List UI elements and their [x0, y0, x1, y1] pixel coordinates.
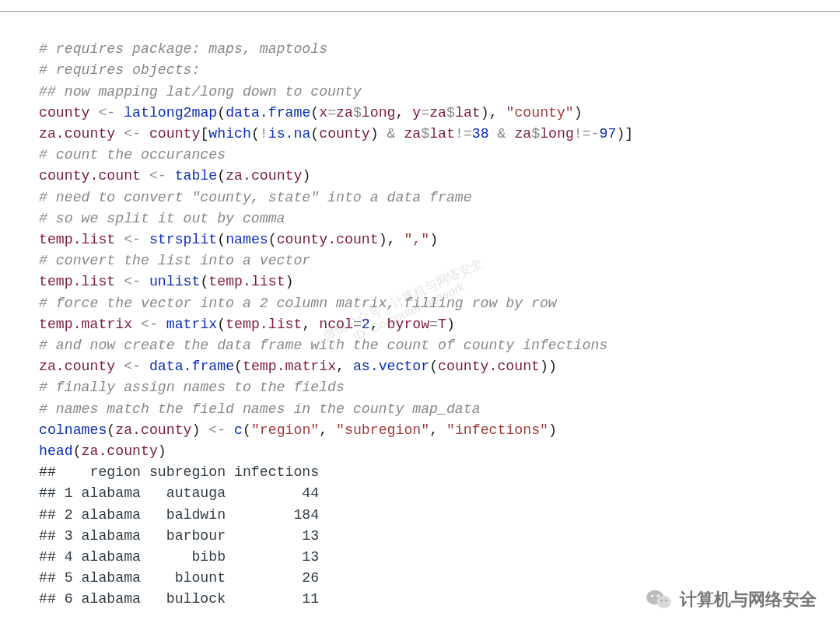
comment-line: # convert the list into a vector [39, 253, 310, 268]
watermark-line-2: ID: Computer-network [351, 280, 467, 344]
code-listing: # requires package: maps, maptools # req… [0, 11, 840, 630]
code-token: 38 [472, 126, 489, 142]
comment-line: # force the vector into a 2 column matri… [39, 296, 557, 311]
code-token: county.count [277, 232, 379, 247]
output-line: ## 4 alabama bibb 13 [39, 549, 319, 565]
code-token: strsplit [141, 232, 217, 247]
code-token [489, 126, 498, 142]
code-token: = [429, 317, 438, 332]
code-token: & [498, 126, 506, 142]
code-token: ) [302, 168, 310, 184]
code-token [506, 126, 514, 142]
code-token: y [412, 105, 421, 121]
code-token: za.county [39, 126, 124, 142]
output-line: ## 5 alabama blount 26 [39, 570, 319, 586]
code-token: za [404, 126, 421, 142]
code-token: ! [260, 126, 268, 142]
code-token: "infections" [446, 422, 548, 438]
code-token: long [362, 105, 396, 121]
code-token: county.count [438, 359, 540, 374]
code-token: ) [429, 232, 438, 247]
code-token: county [39, 105, 98, 121]
output-line: ## 1 alabama autauga 44 [39, 485, 319, 501]
code-token: ( [268, 232, 277, 247]
code-token: ( [217, 232, 226, 247]
code-token: <- [149, 168, 166, 184]
code-token: za.county [82, 443, 158, 459]
code-token: ) [574, 105, 583, 121]
code-token: za.county [226, 168, 302, 184]
code-token: ( [73, 443, 82, 459]
code-token: colnames [39, 422, 107, 438]
code-token: 97 [600, 126, 617, 142]
code-token: ( [251, 126, 260, 142]
code-token: lat [429, 126, 455, 142]
code-token: $ [353, 105, 362, 121]
code-token: temp.list [226, 317, 302, 332]
code-token: <- [124, 274, 141, 289]
code-token: names [226, 232, 268, 247]
code-token: , [370, 317, 387, 332]
comment-line: # need to convert "county, state" into a… [39, 190, 472, 205]
code-token: ( [107, 422, 115, 438]
code-token: ) [191, 422, 208, 438]
code-token: <- [98, 105, 115, 121]
comment-line: # count the occurances [39, 147, 226, 163]
code-token: unlist [141, 274, 200, 289]
code-token: ( [310, 126, 319, 142]
code-token: temp.list [39, 232, 124, 247]
comment-line: # and now create the data frame with the… [39, 338, 607, 353]
code-token: data.frame [141, 359, 234, 374]
svg-point-3 [657, 595, 660, 597]
svg-point-1 [656, 596, 671, 608]
code-token: <- [124, 126, 141, 142]
code-token: ( [200, 274, 208, 289]
code-token: $ [531, 126, 540, 142]
code-token: is.na [268, 126, 311, 142]
code-token: )) [540, 359, 557, 374]
code-token: temp.list [208, 274, 285, 289]
comment-line: ## now mapping lat/long down to county [39, 84, 362, 100]
code-token: table [166, 168, 218, 184]
code-token: "region" [251, 422, 319, 438]
code-token: $ [421, 126, 429, 142]
code-token: byrow [387, 317, 430, 332]
code-token: ( [429, 359, 438, 374]
code-token: , [396, 105, 413, 121]
code-token: long [540, 126, 574, 142]
code-token: , [302, 317, 319, 332]
comment-line: # finally assign names to the fields [39, 380, 345, 395]
code-token: ( [217, 317, 226, 332]
code-token: <- [124, 359, 141, 374]
code-token: temp.matrix [39, 317, 141, 332]
svg-point-4 [661, 600, 663, 601]
code-token: za [429, 105, 446, 121]
comment-line: # names match the field names in the cou… [39, 401, 481, 417]
code-token: $ [446, 105, 455, 121]
code-token: ) [548, 422, 557, 438]
code-token: , [319, 422, 336, 438]
code-token: county.count [39, 168, 149, 184]
code-token: za [336, 105, 353, 121]
code-token: ) [158, 443, 166, 459]
code-token: lat [455, 105, 481, 121]
code-token: ( [243, 422, 251, 438]
code-token: !=- [574, 126, 600, 142]
svg-point-2 [651, 595, 653, 597]
code-token: head [39, 443, 73, 459]
code-token: [ [200, 126, 208, 142]
code-token: za.county [39, 359, 124, 374]
code-token: temp.matrix [243, 359, 336, 374]
code-token: county [319, 126, 370, 142]
code-token: ) [370, 126, 387, 142]
code-token [396, 126, 404, 142]
code-token: ( [310, 105, 319, 121]
code-token: ), [379, 232, 404, 247]
code-token: & [387, 126, 396, 142]
code-token: = [327, 105, 336, 121]
comment-line: # requires package: maps, maptools [39, 41, 327, 57]
code-token: <- [141, 317, 158, 332]
code-token: ) [446, 317, 455, 332]
output-line: ## 3 alabama barbour 13 [39, 528, 319, 544]
code-token: = [421, 105, 429, 121]
